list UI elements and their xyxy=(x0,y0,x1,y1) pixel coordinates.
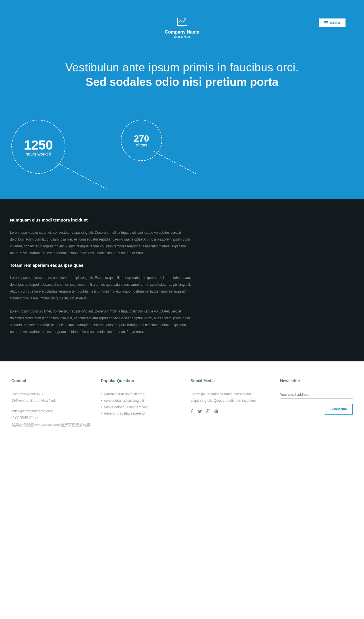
popular-item[interactable]: consectetur adipisicing elit xyxy=(101,398,173,404)
contact-email: office@companyname.com xyxy=(11,408,84,415)
menu-label: MENU xyxy=(330,21,340,24)
company-slogan: Slogan Here xyxy=(0,35,364,38)
dark-heading-2: Totam rem aperiam eaqua ipsa quae xyxy=(10,263,341,268)
dark-para-3: Lorem ipsum dolor sit amet, consectetur … xyxy=(10,308,192,335)
footer-popular: Popular Question Lorem ipsum dolor sit a… xyxy=(101,378,173,421)
watermark-text: 访问血鸟社区bbs.xieniao.com免费下载更多内容 xyxy=(11,423,90,428)
twitter-icon[interactable] xyxy=(198,409,202,414)
google-plus-icon[interactable] xyxy=(206,409,210,414)
stat-tail-1 xyxy=(57,162,107,190)
footer-popular-title: Popular Question xyxy=(101,378,173,383)
stat-hours: 1250 hours worked xyxy=(11,120,65,174)
popular-item[interactable]: deserunt repellat sapere id xyxy=(101,410,173,417)
stat-clients: 270 clients xyxy=(121,120,162,161)
social-icons xyxy=(191,409,263,414)
newsletter-input[interactable] xyxy=(280,391,353,399)
dark-para-2: Lorem ipsum dolor sit amet, consectetur … xyxy=(10,274,192,302)
footer-social-text: Lorem ipsum dolor sit amet, consectetur … xyxy=(191,391,263,404)
footer-newsletter: Newsletter Subscribe xyxy=(280,378,353,421)
menu-button[interactable]: MENU xyxy=(319,18,346,27)
dark-section: Numquam eius modi tempora incidunt Lorem… xyxy=(0,199,364,361)
hamburger-icon xyxy=(324,21,328,25)
contact-address: 534 Avenue Street, New York xyxy=(11,398,84,404)
popular-item[interactable]: Minus doloribus dolorem velit xyxy=(101,404,173,411)
dark-heading-1: Numquam eius modi tempora incidunt xyxy=(10,218,341,222)
footer-newsletter-title: Newsletter xyxy=(280,378,353,383)
hero-line2: Sed sodales odio nisi pretium porta xyxy=(0,76,364,88)
dark-para-1: Lorem ipsum dolor sit amet, consectetur … xyxy=(10,229,192,256)
subscribe-button[interactable]: Subscribe xyxy=(325,404,353,415)
hero-section: MENU Company Name Slogan Here Vestibulun… xyxy=(0,0,364,199)
popular-item[interactable]: Lorem ipsum dolor sit amet xyxy=(101,391,173,398)
stat-tail-2 xyxy=(154,151,197,174)
company-name: Company Name xyxy=(0,30,364,35)
footer: Contact Company Name INC. 534 Avenue Str… xyxy=(0,361,364,429)
contact-company: Company Name INC. xyxy=(11,391,84,398)
footer-social: Social Media Lorem ipsum dolor sit amet,… xyxy=(191,378,263,421)
hero-line1: Vestibulun ante ipsum primis in faucibus… xyxy=(0,61,364,74)
logo-block: Company Name Slogan Here xyxy=(0,17,364,38)
footer-contact: Contact Company Name INC. 534 Avenue Str… xyxy=(11,378,84,421)
chart-logo-icon xyxy=(176,17,188,28)
hero-headlines: Vestibulun ante ipsum primis in faucibus… xyxy=(0,61,364,88)
stat-hours-label: hours worked xyxy=(26,152,51,156)
pinterest-icon[interactable] xyxy=(214,409,218,414)
facebook-icon[interactable] xyxy=(191,409,193,414)
footer-contact-title: Contact xyxy=(11,378,84,383)
stat-hours-value: 1250 xyxy=(24,137,53,153)
stat-clients-value: 270 xyxy=(134,133,149,144)
contact-phone: (423) 9846 34487 xyxy=(11,414,84,421)
stat-clients-label: clients xyxy=(136,143,147,147)
footer-social-title: Social Media xyxy=(191,378,263,383)
